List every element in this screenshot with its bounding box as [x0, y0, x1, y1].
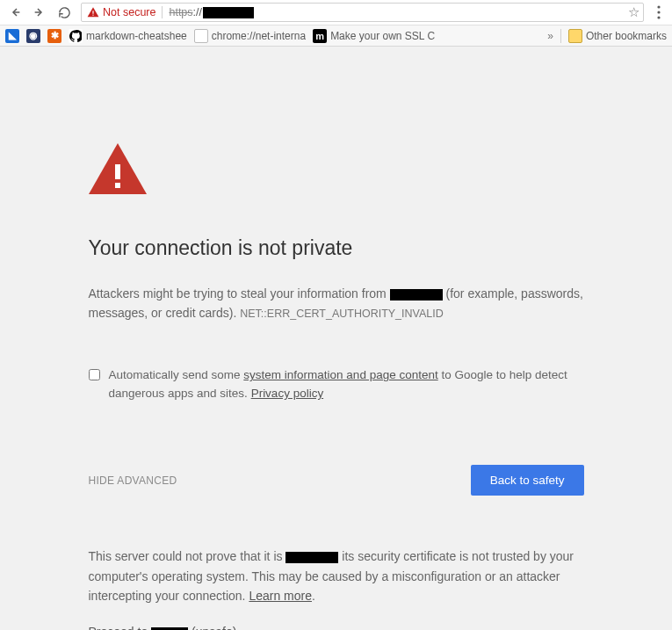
reload-button[interactable] — [53, 2, 76, 23]
back-to-safety-button[interactable]: Back to safety — [471, 465, 584, 496]
bookmarks-bar: ◣ ◉ ✱ markdown-cheatshee chrome://net-in… — [0, 25, 672, 47]
bookmark-item[interactable]: m Make your own SSL C — [313, 29, 435, 43]
system-info-link[interactable]: system information and page content — [243, 368, 437, 381]
url-scheme: https — [169, 6, 192, 18]
favicon-icon: ✱ — [47, 29, 61, 43]
ssl-error-page: Your connection is not private Attackers… — [0, 47, 672, 630]
svg-point-5 — [657, 11, 660, 13]
proceed-link-row: Proceed to (unsafe) — [89, 625, 584, 630]
back-button[interactable] — [4, 2, 26, 23]
warning-paragraph: Attackers might be trying to steal your … — [89, 285, 584, 322]
address-bar[interactable]: Not secure https :// ☆ — [81, 3, 644, 22]
kebab-menu-icon — [657, 5, 661, 19]
proceed-link[interactable]: Proceed to (unsafe) — [89, 625, 237, 630]
page-icon — [194, 29, 208, 43]
action-row: HIDE ADVANCED Back to safety — [89, 465, 584, 496]
diagnostics-optin[interactable]: Automatically send some system informati… — [89, 366, 584, 403]
warning-triangle-icon — [89, 143, 584, 198]
separator — [162, 6, 163, 18]
browser-toolbar: Not secure https :// ☆ — [0, 0, 672, 25]
adv-text-a: This server could not prove that it is — [89, 549, 286, 563]
proceed-text-a: Proceed to — [89, 625, 152, 630]
bookmark-label: chrome://net-interna — [212, 30, 306, 42]
security-text: Not secure — [103, 6, 155, 18]
diagnostics-checkbox[interactable] — [89, 368, 100, 381]
warning-text-a: Attackers might be trying to steal your … — [89, 286, 390, 301]
other-bookmarks-label: Other bookmarks — [586, 30, 667, 42]
bookmark-item[interactable]: markdown-cheatshee — [69, 29, 187, 43]
favicon-icon: m — [313, 29, 327, 43]
url-host-redacted — [203, 7, 254, 18]
favicon-icon: ◉ — [26, 29, 40, 43]
svg-point-6 — [657, 16, 660, 18]
svg-rect-2 — [92, 11, 93, 14]
bookmark-star-icon[interactable]: ☆ — [628, 4, 639, 20]
page-title: Your connection is not private — [89, 236, 584, 260]
advanced-explanation: This server could not prove that it is i… — [89, 547, 584, 605]
bookmark-item[interactable]: ◉ — [26, 29, 40, 43]
url-colon: :// — [193, 6, 202, 18]
hostname-redacted — [390, 289, 443, 301]
error-code: NET::ERR_CERT_AUTHORITY_INVALID — [240, 308, 444, 320]
security-indicator[interactable]: Not secure — [87, 6, 155, 18]
svg-point-4 — [657, 5, 660, 8]
bookmark-item[interactable]: ◣ — [5, 29, 19, 43]
proceed-text-b: (unsafe) — [188, 625, 236, 630]
hide-advanced-button[interactable]: HIDE ADVANCED — [89, 474, 177, 487]
folder-icon — [568, 29, 582, 43]
forward-button[interactable] — [28, 2, 51, 23]
svg-rect-7 — [115, 164, 120, 179]
bookmark-item[interactable]: chrome://net-interna — [194, 29, 306, 43]
github-icon — [69, 29, 83, 43]
bookmark-item[interactable]: ✱ — [47, 29, 61, 43]
separator — [560, 29, 561, 43]
bookmarks-overflow-button[interactable]: » — [547, 30, 553, 42]
bookmark-label: Make your own SSL C — [330, 30, 435, 42]
warning-triangle-icon — [87, 6, 99, 18]
bookmark-label: markdown-cheatshee — [86, 30, 187, 42]
optin-text-a: Automatically send some — [109, 368, 244, 381]
svg-rect-3 — [92, 15, 93, 16]
favicon-icon: ◣ — [5, 29, 19, 43]
reload-icon — [58, 6, 71, 19]
hostname-redacted — [285, 552, 338, 563]
arrow-right-icon — [33, 5, 47, 19]
privacy-policy-link[interactable]: Privacy policy — [251, 387, 324, 400]
optin-text: Automatically send some system informati… — [109, 366, 584, 403]
arrow-left-icon — [8, 5, 22, 19]
other-bookmarks-button[interactable]: Other bookmarks — [568, 29, 667, 43]
svg-rect-8 — [115, 183, 120, 188]
learn-more-link[interactable]: Learn more — [249, 589, 312, 603]
browser-menu-button[interactable] — [649, 5, 668, 19]
